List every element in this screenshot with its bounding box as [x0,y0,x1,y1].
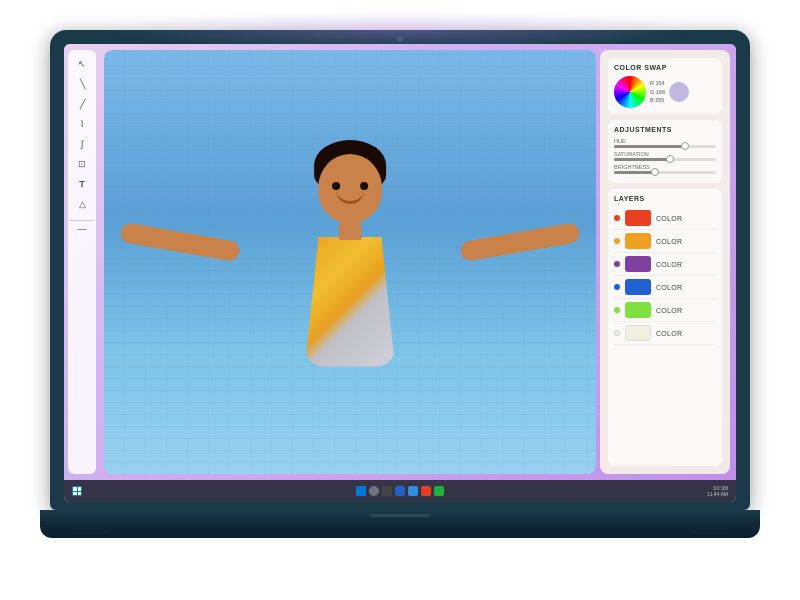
green-value: G 166 [650,88,665,97]
layer-dot-orange [614,238,620,244]
layers-title: LAYERS [614,195,716,202]
layer-item-purple[interactable]: COLOR [614,253,716,276]
blue-value: B 255 [650,96,665,105]
line-tool[interactable]: ╱ [74,96,90,112]
adjustments-title: ADJUSTMENTS [614,126,716,133]
color-swap-content: R 154 G 166 B 255 [614,76,716,108]
layer-dot-red [614,215,620,221]
text-tool[interactable]: T [74,176,90,192]
hinge [370,514,430,517]
layer-item-white[interactable]: COLOR [614,322,716,345]
hue-thumb[interactable] [681,142,689,150]
layer-item-red[interactable]: COLOR [614,207,716,230]
layer-color-red [625,210,651,226]
photo-area [104,50,596,474]
taskbar-left [72,486,82,496]
right-panel: COLOR SWAP R 154 G 166 B 255 [600,50,730,474]
layer-color-purple [625,256,651,272]
hue-track[interactable] [614,145,716,148]
app-icon[interactable] [434,486,444,496]
brightness-slider-row: BRIGHTNESS [614,164,716,174]
cursor-tool[interactable]: ↖ [74,56,90,72]
taskbar: 10:30 11:44 AM [64,480,736,502]
brightness-track[interactable] [614,171,716,174]
color-swap-section: COLOR SWAP R 154 G 166 B 255 [608,58,722,114]
windows-icon[interactable] [72,486,82,496]
layer-dot-green [614,307,620,313]
layer-label-green: COLOR [656,307,682,314]
crop-tool[interactable]: ⊡ [74,156,90,172]
layer-color-white [625,325,651,341]
color-preview [669,82,689,102]
explorer-icon[interactable] [395,486,405,496]
laptop-base [40,510,760,538]
screen: ↖ ╲ ╱ ⌇ ∫ ⊡ T △ — [64,44,736,502]
screen-content: ↖ ╲ ╱ ⌇ ∫ ⊡ T △ — [64,44,736,480]
layer-label-orange: COLOR [656,238,682,245]
lasso-tool[interactable]: ∫ [74,136,90,152]
person-body [190,132,510,474]
foot-left [70,530,110,534]
color-swap-title: COLOR SWAP [614,64,716,71]
saturation-fill [614,158,670,161]
fill-tool[interactable]: — [70,220,94,236]
taskbar-date: 11:44 AM [707,491,728,497]
saturation-label: SATURATION [614,151,716,157]
layer-item-green[interactable]: COLOR [614,299,716,322]
foot-right [690,530,730,534]
layer-dot-white [614,330,620,336]
layer-color-green [625,302,651,318]
color-wheel[interactable] [614,76,646,108]
brightness-thumb[interactable] [651,168,659,176]
photo-background [104,50,596,474]
search-icon[interactable] [369,486,379,496]
browser-icon[interactable] [408,486,418,496]
person [104,71,596,474]
brush-tool[interactable]: ⌇ [74,116,90,132]
layer-label-white: COLOR [656,330,682,337]
red-value: R 154 [650,79,665,88]
layer-dot-purple [614,261,620,267]
pen-tool[interactable]: ╲ [74,76,90,92]
layer-label-red: COLOR [656,215,682,222]
saturation-track[interactable] [614,158,716,161]
mail-icon[interactable] [421,486,431,496]
layer-dot-blue [614,284,620,290]
hue-label: HUE [614,138,716,144]
layer-label-purple: COLOR [656,261,682,268]
shape-tool[interactable]: △ [74,196,90,212]
hue-fill [614,145,685,148]
layer-color-orange [625,233,651,249]
start-icon[interactable] [356,486,366,496]
taskbar-center [356,486,444,496]
person-head [318,154,382,222]
layer-item-blue[interactable]: COLOR [614,276,716,299]
layer-color-blue [625,279,651,295]
screen-bezel: ↖ ╲ ╱ ⌇ ∫ ⊡ T △ — [50,30,750,510]
brightness-fill [614,171,655,174]
saturation-thumb[interactable] [666,155,674,163]
toolbar: ↖ ╲ ╱ ⌇ ∫ ⊡ T △ — [68,50,96,474]
color-values: R 154 G 166 B 255 [650,79,665,105]
webcam [397,36,403,42]
laptop: ↖ ╲ ╱ ⌇ ∫ ⊡ T △ — [40,30,760,570]
laptop-feet [70,530,730,534]
saturation-slider-row: SATURATION [614,151,716,161]
brightness-label: BRIGHTNESS [614,164,716,170]
taskbar-right: 10:30 11:44 AM [707,485,728,497]
taskview-icon[interactable] [382,486,392,496]
layers-section: LAYERS COLOR COLOR [608,189,722,466]
hue-slider-row: HUE [614,138,716,148]
adjustments-section: ADJUSTMENTS HUE SATURATION [608,120,722,183]
layer-item-orange[interactable]: COLOR [614,230,716,253]
layer-label-blue: COLOR [656,284,682,291]
